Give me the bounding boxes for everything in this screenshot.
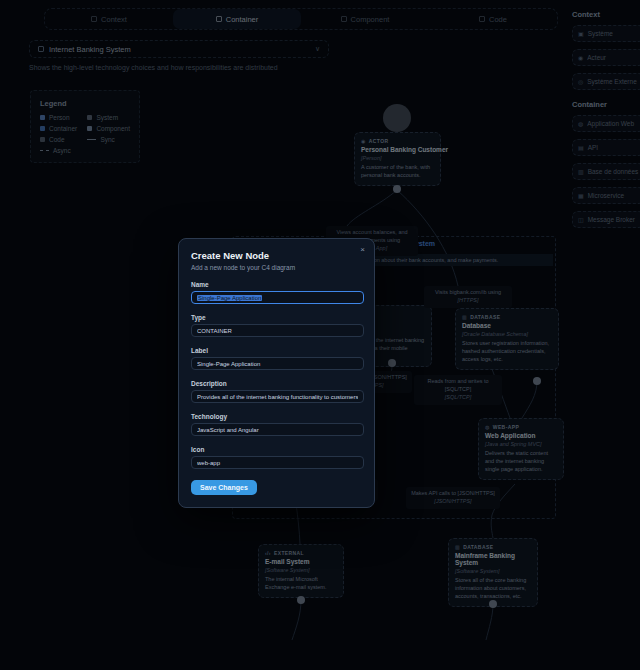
label-field-label: Label bbox=[191, 347, 362, 354]
icon-field-label: Icon bbox=[191, 446, 362, 453]
save-changes-button[interactable]: Save Changes bbox=[191, 480, 257, 495]
description-field[interactable] bbox=[191, 390, 364, 403]
icon-field[interactable] bbox=[191, 456, 364, 469]
name-field[interactable]: Single-Page Application bbox=[191, 291, 364, 304]
technology-field-label: Technology bbox=[191, 413, 362, 420]
name-field-label: Name bbox=[191, 281, 362, 288]
modal-title: Create New Node bbox=[191, 250, 362, 261]
create-node-modal: × Create New Node Add a new node to your… bbox=[178, 238, 375, 508]
technology-field[interactable] bbox=[191, 423, 364, 436]
modal-subtitle: Add a new node to your C4 diagram bbox=[191, 264, 362, 271]
app-window: Context Container Component Code Context… bbox=[0, 0, 640, 670]
type-field[interactable] bbox=[191, 324, 364, 337]
close-icon[interactable]: × bbox=[360, 246, 365, 254]
description-field-label: Description bbox=[191, 380, 362, 387]
type-field-label: Type bbox=[191, 314, 362, 321]
selected-text: Single-Page Application bbox=[197, 295, 262, 301]
label-field[interactable] bbox=[191, 357, 364, 370]
